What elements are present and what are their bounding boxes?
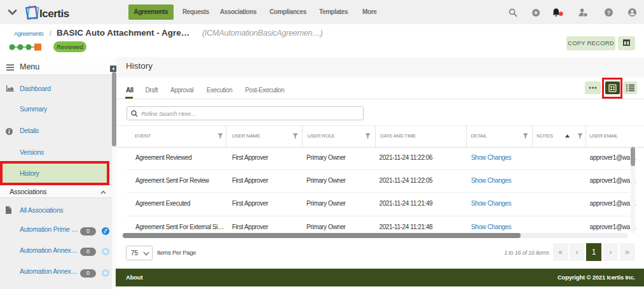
svg-text:?: ?	[607, 10, 611, 16]
